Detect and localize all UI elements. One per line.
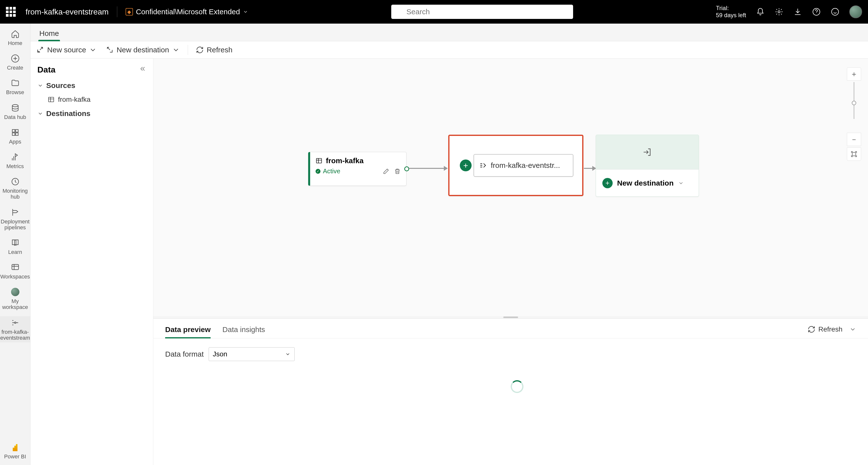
bottom-refresh-button[interactable]: Refresh [807, 324, 843, 335]
svg-point-0 [397, 9, 401, 13]
chevron-down-icon [678, 180, 684, 186]
nav-current-eventstream[interactable]: from-kafka-eventstream [0, 316, 30, 342]
nav-data-hub[interactable]: Data hub [0, 101, 30, 122]
trial-status: Trial: 59 days left [716, 5, 746, 19]
svg-rect-8 [12, 133, 15, 135]
bottom-tabs: Data preview Data insights Refresh [153, 319, 868, 338]
app-launcher-icon[interactable] [6, 7, 16, 17]
svg-rect-9 [16, 133, 18, 135]
refresh-icon [196, 46, 204, 54]
exit-icon [642, 147, 652, 157]
nav-home[interactable]: Home [0, 28, 30, 48]
refresh-button[interactable]: Refresh [195, 44, 234, 56]
chevron-down-icon [37, 83, 43, 89]
nav-create[interactable]: Create [0, 52, 30, 72]
svg-point-3 [832, 8, 838, 15]
powerbi-icon [11, 443, 19, 451]
svg-rect-7 [16, 129, 18, 132]
status-success-icon: ✓ [315, 169, 320, 174]
edge-source-to-stream [409, 168, 447, 169]
item-title: from-kafka-eventstream [26, 7, 108, 17]
divider [188, 45, 188, 55]
svg-rect-14 [852, 152, 856, 156]
node-source-status: Active [323, 167, 340, 175]
download-icon[interactable] [793, 7, 802, 16]
nav-powerbi[interactable]: Power BI [0, 441, 30, 461]
user-avatar[interactable] [849, 5, 862, 18]
chevron-down-icon [243, 9, 248, 14]
svg-rect-12 [49, 97, 54, 102]
zoom-out-button[interactable]: － [847, 133, 861, 146]
source-in-icon [36, 46, 44, 54]
nav-apps[interactable]: Apps [0, 126, 30, 146]
node-eventstream[interactable]: + from-kafka-eventstr... [448, 135, 583, 196]
global-search[interactable] [391, 5, 573, 19]
table-icon [315, 157, 322, 164]
nav-deployment-pipelines[interactable]: Deployment pipelines [0, 206, 30, 232]
svg-rect-11 [12, 265, 19, 270]
eventstream-canvas[interactable]: from-kafka ✓ Active [153, 59, 868, 316]
help-icon[interactable] [812, 7, 821, 16]
tab-data-preview[interactable]: Data preview [165, 326, 211, 338]
destinations-section-header[interactable]: Destinations [30, 107, 153, 120]
shield-icon: ◆ [126, 8, 133, 16]
sources-section-header[interactable]: Sources [30, 79, 153, 92]
feedback-icon[interactable] [831, 7, 839, 16]
table-icon [48, 96, 55, 103]
sensitivity-label-dropdown[interactable]: ◆ Confidential\Microsoft Extended [126, 8, 248, 16]
search-input[interactable] [406, 8, 568, 16]
node-source-title: from-kafka [326, 157, 364, 165]
ribbon-tab-home[interactable]: Home [37, 26, 61, 41]
data-panel-title: Data [37, 65, 56, 74]
notifications-icon[interactable] [756, 7, 765, 16]
zoom-controls: ＋ － [847, 67, 861, 161]
add-before-stream-button[interactable]: + [460, 159, 472, 171]
left-nav-rail: Home Create Browse Data hub Apps Metrics… [0, 24, 30, 465]
chevron-down-icon[interactable] [849, 326, 856, 333]
add-destination-button[interactable]: + [602, 178, 613, 188]
divider [117, 6, 117, 17]
bottom-panel: Data preview Data insights Refresh Data … [153, 318, 868, 465]
search-icon [396, 8, 403, 15]
source-item-from-kafka[interactable]: from-kafka [30, 92, 153, 107]
nav-metrics[interactable]: Metrics [0, 151, 30, 171]
chevron-down-icon [172, 46, 180, 54]
node-source-from-kafka[interactable]: from-kafka ✓ Active [308, 152, 406, 186]
eventstream-icon [479, 161, 487, 169]
destination-out-icon [106, 46, 114, 54]
tab-data-insights[interactable]: Data insights [222, 326, 265, 338]
svg-rect-6 [12, 129, 15, 132]
delete-icon[interactable] [394, 168, 401, 175]
nav-learn[interactable]: Learn [0, 237, 30, 256]
canvas-wrap: from-kafka ✓ Active [153, 59, 868, 465]
zoom-slider-knob[interactable] [852, 101, 856, 105]
top-app-bar: from-kafka-eventstream ◆ Confidential\Mi… [0, 0, 868, 24]
new-destination-button[interactable]: New destination [105, 44, 181, 56]
main-area: Home New source New destination Refresh … [30, 24, 868, 465]
nav-browse[interactable]: Browse [0, 77, 30, 97]
chevron-down-icon [37, 111, 43, 117]
edge-stream-to-dest [584, 168, 596, 169]
zoom-slider[interactable] [854, 82, 855, 119]
settings-icon[interactable] [775, 7, 783, 16]
collapse-panel-button[interactable] [140, 65, 146, 74]
nav-workspaces[interactable]: Workspaces [0, 261, 30, 281]
refresh-icon [808, 326, 815, 333]
chevron-double-left-icon [140, 65, 146, 72]
sensitivity-text: Confidential\Microsoft Extended [136, 8, 240, 16]
data-side-panel: Data Sources from-kafka Destinations [30, 59, 153, 465]
node-destination-placeholder[interactable]: + New destination [596, 135, 699, 197]
data-format-select[interactable]: Json [209, 347, 294, 361]
zoom-fit-button[interactable] [847, 148, 861, 161]
nav-my-workspace[interactable]: My workspace [0, 286, 30, 312]
zoom-in-button[interactable]: ＋ [847, 67, 861, 81]
svg-point-1 [778, 11, 780, 13]
loading-spinner [511, 380, 523, 393]
new-source-button[interactable]: New source [35, 44, 98, 56]
panel-resize-grip[interactable] [153, 316, 868, 318]
nav-monitoring-hub[interactable]: Monitoring hub [0, 175, 30, 201]
output-port[interactable] [404, 166, 409, 171]
edit-icon[interactable] [383, 168, 390, 175]
eventstream-chip[interactable]: from-kafka-eventstr... [473, 154, 574, 177]
toolbar: New source New destination Refresh [30, 41, 868, 59]
